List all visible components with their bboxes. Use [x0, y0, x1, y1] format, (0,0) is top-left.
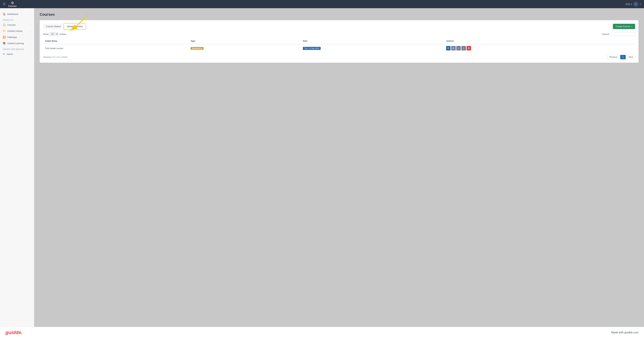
courses-card: Course Intakes Master Courses [40, 20, 638, 63]
sidebar-item-label: Content Library [7, 30, 22, 32]
content-library-icon: 📁 [3, 30, 6, 32]
table-header: Intake Name Type Date Actions [43, 38, 635, 44]
sidebar-item-admin[interactable]: ⚙ Admin › [0, 51, 34, 57]
footer-row: Showing 1 to 1 of 1 entries Previous 1 N… [43, 55, 635, 59]
top-nav: ☰ ⚙ Censeo EDS 1 👤 ▼ [0, 0, 644, 8]
cell-type: Attendance [188, 44, 301, 52]
guided-learning-icon: 📚 [3, 42, 6, 44]
attendance-badge: Attendance [190, 47, 204, 50]
list-button[interactable]: ≡ [456, 46, 461, 50]
user-label: EDS 1 [626, 3, 632, 6]
tabs-row: Course Intakes Master Courses [43, 24, 635, 29]
chevron-down-icon: ▼ [640, 3, 641, 5]
create-course-button[interactable]: Create Course + [613, 24, 635, 29]
controls-row: Show 10 25 50 100 entries Search: [43, 32, 635, 36]
col-intake-name: Intake Name [43, 38, 188, 44]
sidebar: 🏠 Dashboard › PRODUCTS 📋 Courses › 📁 Con… [0, 8, 34, 327]
chevron-right-icon: › [31, 24, 31, 26]
sidebar-item-label: Dashboard [7, 13, 18, 16]
create-manage-section-label: CREATE AND MANAGE [0, 46, 34, 51]
showing-text: Showing 1 to 1 of 1 entries [43, 56, 67, 58]
avatar[interactable]: 👤 [634, 2, 638, 6]
action-icons: 👁 🗑 ≡ ✏ 🗑 [446, 46, 633, 50]
archive-button[interactable]: 🗑 [451, 46, 456, 50]
show-entries: Show 10 25 50 100 entries [43, 32, 66, 36]
cell-intake-name: Test Intake course [43, 44, 188, 52]
admin-icon: ⚙ [3, 53, 5, 56]
tab-course-intakes[interactable]: Course Intakes [43, 24, 64, 29]
logo-text: Censeo [8, 5, 16, 7]
col-actions: Actions [444, 38, 635, 44]
tabs: Course Intakes Master Courses [43, 24, 86, 29]
chevron-right-icon: › [31, 36, 31, 38]
sidebar-item-content-library[interactable]: 📁 Content Library › [0, 28, 34, 34]
edit-button[interactable]: ✏ [462, 46, 466, 50]
search-area: Search: [602, 32, 635, 36]
sidebar-item-courses[interactable]: 📋 Courses › [0, 22, 34, 28]
guidde-logo: guidde. [6, 330, 22, 335]
pathways-icon: 🔀 [3, 36, 6, 38]
table-body: Test Intake course Attendance Thu, 21 Se… [43, 44, 635, 52]
entries-select[interactable]: 10 25 50 100 [50, 32, 58, 36]
show-label: Show [43, 33, 49, 36]
sidebar-item-label: Admin [7, 53, 13, 56]
create-course-label: Create Course [616, 25, 630, 28]
view-button[interactable]: 👁 [446, 46, 450, 50]
logo-icon: ⚙ [11, 1, 14, 5]
content-area: Courses Course Intakes Master Courses [34, 8, 644, 327]
sidebar-item-label: Pathways [7, 36, 17, 38]
page-title: Courses [40, 12, 638, 17]
table-row: Test Intake course Attendance Thu, 21 Se… [43, 44, 635, 52]
hamburger-icon[interactable]: ☰ [3, 2, 6, 6]
courses-table: Intake Name Type Date Actions Test Intak… [43, 38, 635, 52]
cell-actions: 👁 🗑 ≡ ✏ 🗑 [444, 44, 635, 52]
next-button[interactable]: Next [626, 55, 635, 59]
cell-date: Thu, 21 Sep 2023 [301, 44, 444, 52]
entries-label: entries [60, 33, 66, 36]
logo-area: ⚙ Censeo [8, 1, 16, 7]
search-input[interactable] [611, 32, 635, 36]
plus-icon: + [631, 25, 632, 28]
products-section-label: PRODUCTS [0, 17, 34, 22]
search-label: Search: [602, 33, 610, 36]
date-badge: Thu, 21 Sep 2023 [303, 47, 320, 50]
sidebar-item-label: Guided Learning [7, 42, 24, 44]
sidebar-item-label: Courses [7, 24, 16, 26]
sidebar-item-guided-learning[interactable]: 📚 Guided Learning › [0, 40, 34, 46]
col-type: Type [188, 38, 301, 44]
previous-button[interactable]: Previous [607, 55, 620, 59]
dashboard-icon: 🏠 [3, 13, 6, 16]
chevron-right-icon: › [31, 13, 31, 15]
tab-master-courses[interactable]: Master Courses [64, 24, 86, 29]
pagination: Previous 1 Next [607, 55, 635, 59]
sidebar-item-dashboard[interactable]: 🏠 Dashboard › [0, 11, 34, 17]
chevron-right-icon: › [31, 42, 31, 44]
courses-icon: 📋 [3, 24, 6, 26]
chevron-right-icon: › [31, 53, 31, 55]
page-1-button[interactable]: 1 [620, 55, 626, 59]
guidde-tagline: Made with guidde.com [611, 331, 638, 334]
delete-button[interactable]: 🗑 [466, 46, 471, 50]
chevron-right-icon: › [31, 30, 31, 32]
col-date: Date [301, 38, 444, 44]
bottom-bar: guidde. Made with guidde.com [0, 327, 644, 338]
user-area: EDS 1 👤 ▼ [626, 2, 641, 6]
sidebar-item-pathways[interactable]: 🔀 Pathways › [0, 34, 34, 40]
